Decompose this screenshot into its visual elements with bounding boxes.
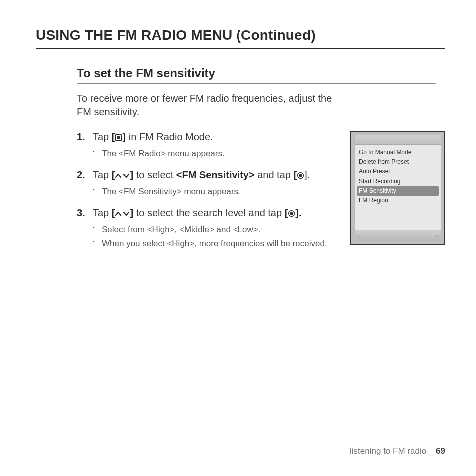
step-2: Tap [] to select <FM Sensitivity> and ta…	[77, 168, 336, 198]
step-3-subs: Select from <High>, <Middle> and <Low>. …	[93, 224, 336, 250]
fm-radio-menu: Go to Manual Mode Delete from Preset Aut…	[355, 145, 441, 208]
svg-point-5	[299, 174, 302, 177]
menu-item-fm-region[interactable]: FM Region	[357, 196, 439, 205]
sub-item: The <FM Radio> menu appears.	[93, 148, 336, 160]
step-text: to select the search level and tap	[133, 207, 285, 218]
step-1-subs: The <FM Radio> menu appears.	[93, 148, 336, 160]
step-2-subs: The <FM Sensitivity> menu appears.	[93, 186, 336, 198]
step-text: in FM Radio Mode.	[126, 131, 213, 142]
select-icon	[297, 172, 304, 179]
menu-item-start-recording[interactable]: Start Recording	[357, 177, 439, 186]
device-footer-bar: ◦◦ ◦◦	[355, 230, 441, 241]
steps-column: Tap [] in FM Radio Mode. The <FM Radio> …	[77, 130, 336, 258]
step-3: Tap [] to select the search level and ta…	[77, 206, 336, 250]
select-icon	[288, 210, 295, 217]
up-down-icon	[115, 172, 130, 179]
menu-icon	[115, 134, 122, 141]
menu-item-fm-sensitivity[interactable]: FM Sensitivity	[357, 186, 439, 196]
step-text: Tap	[93, 131, 112, 142]
page-number: 69	[436, 446, 445, 456]
step-1: Tap [] in FM Radio Mode. The <FM Radio> …	[77, 130, 336, 160]
section-intro: To receive more or fewer FM radio freque…	[77, 92, 336, 119]
device-header-bar	[355, 135, 441, 145]
svg-point-7	[290, 212, 293, 215]
body-row: Tap [] in FM Radio Mode. The <FM Radio> …	[77, 130, 445, 258]
step-text: to select	[133, 169, 176, 180]
step-text: .	[299, 207, 302, 218]
footer-ornament-left-icon: ◦◦	[357, 233, 360, 238]
menu-item-auto-preset[interactable]: Auto Preset	[357, 167, 439, 176]
step-text: .	[307, 169, 310, 180]
step-text: Tap	[93, 169, 112, 180]
device-screen: Go to Manual Mode Delete from Preset Aut…	[354, 135, 441, 241]
up-down-icon	[115, 210, 130, 217]
sub-item: The <FM Sensitivity> menu appears.	[93, 186, 336, 198]
page-footer: listening to FM radio _ 69	[350, 446, 445, 456]
footer-chapter: listening to FM radio	[350, 446, 426, 456]
footer-ornament-right-icon: ◦◦	[435, 233, 439, 238]
bold-target: <FM Sensitivity>	[176, 169, 255, 180]
page-title: USING THE FM RADIO MENU (Continued)	[36, 27, 445, 49]
menu-item-delete-preset[interactable]: Delete from Preset	[357, 157, 439, 167]
sub-item: Select from <High>, <Middle> and <Low>.	[93, 224, 336, 236]
manual-page: USING THE FM RADIO MENU (Continued) To s…	[0, 0, 476, 476]
section-title: To set the FM sensitivity	[77, 66, 436, 84]
menu-item-manual-mode[interactable]: Go to Manual Mode	[357, 148, 439, 157]
footer-separator: _	[429, 446, 433, 456]
steps-list: Tap [] in FM Radio Mode. The <FM Radio> …	[77, 130, 336, 250]
device-screenshot: Go to Manual Mode Delete from Preset Aut…	[350, 131, 445, 245]
sub-item: When you select <High>, more frequencies…	[93, 238, 336, 250]
step-text: Tap	[93, 207, 112, 218]
step-text: and tap	[255, 169, 294, 180]
